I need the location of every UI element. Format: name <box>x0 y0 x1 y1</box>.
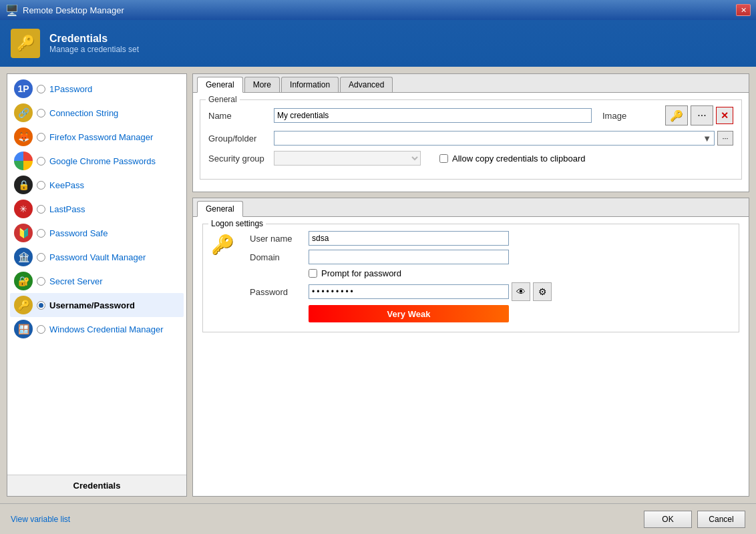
top-tab-panel: General More Information Advanced Genera… <box>192 73 749 192</box>
radio-connection[interactable] <box>37 109 45 117</box>
clipboard-checkbox-row: Allow copy credentials to clipboard <box>439 154 585 164</box>
sidebar-link-firefox[interactable]: Firefox Password Manager <box>49 132 153 142</box>
sidebar-item-secret-server[interactable]: 🔐 Secret Server <box>10 269 184 293</box>
strength-label: Very Weak <box>387 309 431 319</box>
image-dots-btn[interactable]: ··· <box>691 105 713 125</box>
sidebar-link-connection[interactable]: Connection String <box>49 108 118 118</box>
radio-lastpass[interactable] <box>37 205 45 214</box>
header-icon: 🔑 <box>11 29 40 58</box>
clipboard-checkbox[interactable] <box>439 154 448 163</box>
group-row: Group/folder ▼ ··· <box>208 131 733 146</box>
radio-1password[interactable] <box>37 85 45 93</box>
image-label: Image <box>602 111 663 121</box>
logon-icon: 🔑 <box>211 234 242 264</box>
userpwd-icon: 🔑 <box>14 296 33 314</box>
image-icon-btn[interactable]: 🔑 <box>665 105 688 125</box>
ok-button[interactable]: OK <box>644 511 692 528</box>
logon-settings-title: Logon settings <box>208 219 266 228</box>
name-input[interactable] <box>274 108 592 123</box>
password-label: Password <box>250 287 303 297</box>
sidebar-link-pwsafe[interactable]: Password Safe <box>49 228 108 238</box>
domain-input[interactable] <box>309 250 509 264</box>
sidebar-item-password-safe[interactable]: 🔰 Password Safe <box>10 221 184 245</box>
sidebar-link-pvmanager[interactable]: Password Vault Manager <box>49 252 146 262</box>
view-variable-list-link[interactable]: View variable list <box>11 515 70 524</box>
tab-general[interactable]: General <box>197 77 243 93</box>
radio-secret[interactable] <box>37 277 45 286</box>
sidebar-item-pvmanager[interactable]: 🏦 Password Vault Manager <box>10 245 184 269</box>
sidebar-item-keepass[interactable]: 🔒 KeePass <box>10 173 184 197</box>
top-tab-content: General Name Image 🔑 ··· ✕ <box>193 93 749 192</box>
sidebar-item-username-password[interactable]: 🔑 Username/Password <box>10 293 184 317</box>
name-label: Name <box>208 111 268 121</box>
generate-password-btn[interactable]: ⚙ <box>533 282 552 301</box>
radio-keepass[interactable] <box>37 181 45 190</box>
radio-pwsafe[interactable] <box>37 229 45 238</box>
sidebar-footer: Credentials <box>7 475 186 496</box>
cancel-button[interactable]: Cancel <box>697 511 745 528</box>
sidebar-item-chrome[interactable]: Google Chrome Passwords <box>10 149 184 173</box>
username-label: User name <box>250 234 303 244</box>
top-tab-bar: General More Information Advanced <box>193 74 749 93</box>
app-title: Remote Desktop Manager <box>23 5 124 15</box>
sidebar-list: 1P 1Password 🔗 Connection String 🦊 Firef… <box>7 74 186 475</box>
prompt-checkbox-row: Prompt for password <box>309 268 731 278</box>
password-strength-bar: Very Weak <box>309 305 509 322</box>
sidebar-link-1password[interactable]: 1Password <box>49 84 92 94</box>
group-ellipsis-btn[interactable]: ··· <box>717 131 733 146</box>
sidebar-item-firefox[interactable]: 🦊 Firefox Password Manager <box>10 125 184 149</box>
windows-icon: 🪟 <box>14 320 33 338</box>
clipboard-label: Allow copy credentials to clipboard <box>452 154 585 164</box>
secret-icon: 🔐 <box>14 272 33 290</box>
username-row: User name <box>250 231 731 246</box>
image-section: Image 🔑 ··· ✕ <box>602 105 733 125</box>
radio-userpwd[interactable] <box>37 301 45 310</box>
general-section-box: General Name Image 🔑 ··· ✕ <box>200 99 742 180</box>
tab-information[interactable]: Information <box>281 77 339 92</box>
domain-row: Domain <box>250 250 731 264</box>
footer: View variable list OK Cancel <box>0 503 756 534</box>
app-icon: 🖥️ <box>5 4 19 17</box>
name-row: Name Image 🔑 ··· ✕ <box>208 105 733 125</box>
sidebar-link-chrome[interactable]: Google Chrome Passwords <box>49 156 156 166</box>
password-row: Password 👁 ⚙ <box>250 282 731 301</box>
radio-windows[interactable] <box>37 325 45 334</box>
connection-icon: 🔗 <box>14 103 33 122</box>
sidebar-item-connection-string[interactable]: 🔗 Connection String <box>10 101 184 125</box>
firefox-icon: 🦊 <box>14 127 33 146</box>
sidebar-link-keepass[interactable]: KeePass <box>49 180 84 190</box>
sidebar: 1P 1Password 🔗 Connection String 🦊 Firef… <box>7 73 187 497</box>
username-input[interactable] <box>309 231 509 246</box>
radio-chrome[interactable] <box>37 157 45 166</box>
sidebar-footer-label: Credentials <box>73 481 121 491</box>
group-dropdown[interactable]: ▼ <box>274 131 715 146</box>
lower-tab-general[interactable]: General <box>197 201 243 217</box>
sidebar-item-1password[interactable]: 1P 1Password <box>10 77 184 101</box>
prompt-checkbox[interactable] <box>309 269 317 278</box>
sidebar-link-secret[interactable]: Secret Server <box>49 276 102 286</box>
image-clear-btn[interactable]: ✕ <box>716 107 733 124</box>
radio-pvmanager[interactable] <box>37 253 45 262</box>
title-bar: 🖥️ Remote Desktop Manager ✕ <box>0 0 756 20</box>
sidebar-link-windows[interactable]: Windows Credential Manager <box>49 324 164 334</box>
tab-advanced[interactable]: Advanced <box>340 77 393 92</box>
radio-firefox[interactable] <box>37 133 45 142</box>
group-label: Group/folder <box>208 134 268 144</box>
show-password-btn[interactable]: 👁 <box>512 282 530 301</box>
chrome-icon <box>14 152 33 170</box>
close-button[interactable]: ✕ <box>736 4 751 16</box>
pwsafe-icon: 🔰 <box>14 224 33 242</box>
lastpass-icon: ✳ <box>14 200 33 218</box>
lower-tab-content: Logon settings 🔑 User name Domain <box>193 217 749 339</box>
sidebar-link-lastpass[interactable]: LastPass <box>49 204 85 214</box>
sidebar-item-windows-credential[interactable]: 🪟 Windows Credential Manager <box>10 317 184 341</box>
security-select <box>274 151 421 166</box>
lower-tab-bar: General <box>193 198 749 217</box>
tab-more[interactable]: More <box>244 77 280 92</box>
password-input[interactable] <box>309 284 509 299</box>
sidebar-item-lastpass[interactable]: ✳ LastPass <box>10 197 184 221</box>
keepass-icon: 🔒 <box>14 176 33 194</box>
logon-fields: User name Domain Prompt f <box>250 231 731 322</box>
logon-settings-box: Logon settings 🔑 User name Domain <box>202 224 739 332</box>
prompt-label: Prompt for password <box>321 268 401 278</box>
